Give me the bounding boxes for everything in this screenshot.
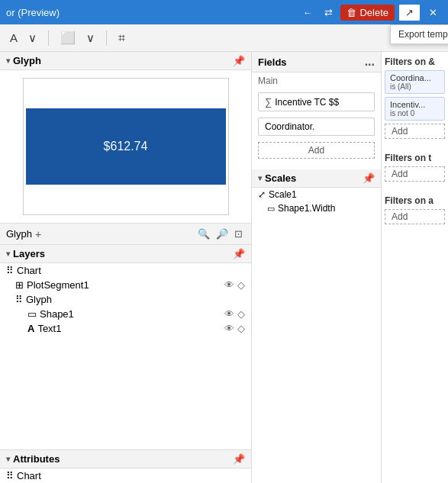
layers-header: ▾ Layers 📌 — [0, 245, 251, 263]
layer-item[interactable]: ⊞ PlotSegment1 👁 ◇ — [0, 278, 251, 292]
glyph-header-left: ▾ Glyph — [6, 55, 41, 66]
shape-layer-icon: ▭ — [27, 308, 37, 320]
layer-name: Shape1 — [40, 308, 74, 320]
filter-add-label-1: Add — [392, 126, 408, 137]
close-icon: ✕ — [429, 7, 437, 18]
chevron-down-icon2: ∨ — [86, 31, 95, 45]
grid-layer-icon: ⊞ — [15, 279, 24, 291]
filter-add-button-3[interactable]: Add — [385, 209, 445, 224]
image-button[interactable]: ⬜ — [56, 29, 79, 47]
attributes-header: ▾ Attributes 📌 — [0, 450, 251, 469]
filter-chip-label-2: Incentiv... — [390, 100, 440, 109]
filter-block-1: Filters on & Coordina... is (All) Incent… — [385, 56, 445, 145]
brush-icon[interactable]: ◇ — [237, 279, 245, 291]
attributes-chevron-icon[interactable]: ▾ — [6, 455, 10, 463]
scale-sub-item[interactable]: ▭ Shape1.Width — [252, 201, 381, 215]
glyph-footer: Glyph + 🔍 🔎 ⊡ — [0, 223, 251, 245]
filter-block-2: Filters on t Add — [385, 153, 445, 188]
fields-title: Fields — [258, 56, 287, 68]
filter-add-button-2[interactable]: Add — [385, 166, 445, 182]
fields-menu-button[interactable]: ... — [365, 55, 375, 69]
separator2 — [106, 31, 107, 46]
chevron-down-icon: ∨ — [28, 31, 37, 45]
fields-header: Fields ... — [252, 52, 381, 72]
glyph-layer-icon: ⠿ — [15, 294, 23, 305]
glyph-label-section: Glyph + — [6, 228, 41, 240]
scales-section: ▾ Scales 📌 ⤢ Scale1 ▭ Shape1.Width — [252, 169, 381, 483]
brush-icon[interactable]: ◇ — [237, 308, 245, 320]
filters-panel: Filters on & Coordina... is (All) Incent… — [382, 52, 448, 483]
layer-controls: 👁 ◇ — [224, 279, 245, 291]
layers-pin-icon[interactable]: 📌 — [233, 248, 245, 259]
layers-title: Layers — [13, 248, 45, 259]
eye-icon[interactable]: 👁 — [224, 308, 234, 320]
scale-sub-name: Shape1.Width — [278, 203, 335, 214]
fields-main-label: Main — [258, 76, 278, 86]
layers-chevron-icon[interactable]: ▾ — [6, 250, 10, 258]
layer-name: PlotSegment1 — [27, 279, 89, 291]
filter-chip-label-1: Coordina... — [390, 73, 440, 82]
ruler-icon: ⌗ — [118, 31, 125, 45]
glyph-add-button[interactable]: + — [35, 228, 41, 240]
nav-icon-button[interactable]: ⇄ — [320, 5, 337, 20]
scales-pin-icon[interactable]: 📌 — [363, 172, 375, 184]
layers-section: ▾ Layers 📌 ⠿ Chart ⊞ PlotSegment1 👁 ◇ — [0, 245, 251, 449]
eye-icon[interactable]: 👁 — [224, 323, 234, 334]
move-icon: ⇄ — [324, 7, 333, 18]
field-chip-coordinator[interactable]: Coordinator. — [258, 118, 375, 136]
filter-add-button-1[interactable]: Add — [385, 124, 445, 139]
ruler-button[interactable]: ⌗ — [114, 30, 129, 47]
zoom-out-button[interactable]: 🔍 — [195, 227, 212, 241]
delete-label: Delete — [359, 7, 388, 18]
layers-header-left: ▾ Layers — [6, 248, 45, 259]
fields-add-button[interactable]: Add — [258, 142, 375, 159]
filter-chip-1[interactable]: Coordina... is (All) — [385, 70, 445, 94]
toolbar: A ∨ ⬜ ∨ ⌗ — [0, 24, 448, 52]
filter-chip-sublabel-2: is not 0 — [390, 109, 440, 118]
zoom-in-button[interactable]: 🔎 — [214, 227, 230, 241]
glyph-pin-icon[interactable]: 📌 — [233, 55, 245, 66]
scales-chevron-icon[interactable]: ▾ — [258, 174, 262, 182]
filter-block-3: Filters on a Add — [385, 195, 445, 230]
chart-layer-icon: ⠿ — [6, 265, 14, 276]
field-chip-label2: Coordinator. — [265, 121, 314, 132]
image-dropdown[interactable]: ∨ — [82, 30, 98, 47]
layer-item[interactable]: A Text1 👁 ◇ — [0, 321, 251, 336]
attributes-pin-icon[interactable]: 📌 — [233, 453, 245, 465]
back-icon: ← — [302, 7, 312, 18]
text-button[interactable]: A — [6, 30, 21, 46]
title-bar-actions: ← ⇄ 🗑 Delete ↗ Export template ✕ — [298, 3, 442, 22]
back-button[interactable]: ← — [298, 5, 317, 20]
text-dropdown[interactable]: ∨ — [24, 30, 40, 47]
scale-shape-icon: ▭ — [267, 204, 275, 214]
zoom-in-icon: 🔎 — [216, 228, 228, 240]
delete-button[interactable]: 🗑 Delete — [340, 5, 395, 21]
glyph-canvas: $612.74 — [0, 70, 251, 223]
fields-panel: Fields ... Main ∑ Incentive TC $$ Coordi… — [252, 52, 382, 483]
brush-icon[interactable]: ◇ — [237, 323, 245, 334]
filter-chip-2[interactable]: Incentiv... is not 0 — [385, 97, 445, 121]
layer-item[interactable]: ▭ Shape1 👁 ◇ — [0, 307, 251, 321]
glyph-header: ▾ Glyph 📌 — [0, 52, 251, 70]
image-icon: ⬜ — [60, 31, 76, 45]
left-panel: ▾ Glyph 📌 $612.74 Glyph + 🔍 — [0, 52, 252, 483]
layer-name: Text1 — [37, 323, 61, 334]
layer-item[interactable]: ⠿ Glyph — [0, 292, 251, 307]
field-chip-label: Incentive TC $$ — [275, 97, 339, 108]
field-chip-incentive[interactable]: ∑ Incentive TC $$ — [258, 92, 375, 111]
glyph-chevron-icon[interactable]: ▾ — [6, 56, 10, 65]
layer-controls: 👁 ◇ — [224, 323, 245, 334]
text-a-icon: A — [10, 31, 18, 44]
zoom-fit-button[interactable]: ⊡ — [232, 227, 245, 241]
layer-item[interactable]: ⠿ Chart — [0, 263, 251, 278]
scale-icon: ⤢ — [258, 189, 266, 200]
layer-name: Glyph — [26, 294, 52, 305]
attributes-chart-icon: ⠿ — [6, 470, 14, 481]
eye-icon[interactable]: 👁 — [224, 279, 234, 291]
export-tooltip: Export template — [390, 24, 448, 44]
close-button[interactable]: ✕ — [424, 5, 442, 20]
export-button[interactable]: ↗ — [398, 3, 421, 22]
text-layer-icon: A — [27, 323, 34, 334]
attributes-chart-item[interactable]: ⠿ Chart — [0, 469, 251, 483]
scale-item[interactable]: ⤢ Scale1 — [252, 188, 381, 201]
